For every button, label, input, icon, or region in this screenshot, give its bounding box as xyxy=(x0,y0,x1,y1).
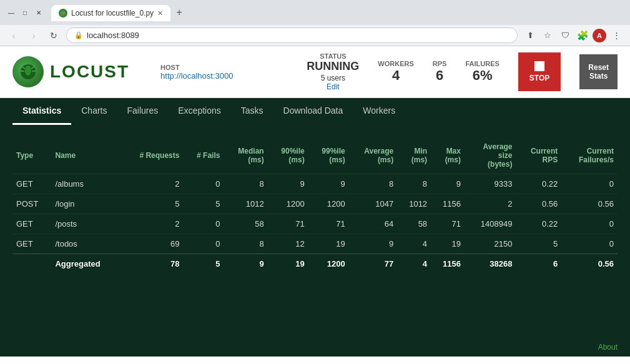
cell-max: 19 xyxy=(431,234,465,254)
rps-value: 6 xyxy=(433,67,447,84)
agg-type xyxy=(12,254,51,274)
nav-item-statistics[interactable]: Statistics xyxy=(12,98,71,125)
cell-current-rps: 5 xyxy=(516,234,561,254)
cell-avg: 1047 xyxy=(349,194,398,214)
cell-type: POST xyxy=(12,194,51,214)
locust-logo: LOCUST xyxy=(12,56,129,87)
agg-requests: 78 xyxy=(121,254,183,274)
cell-median: 58 xyxy=(224,214,267,234)
cell-avg: 64 xyxy=(349,214,398,234)
toolbar-icons: ⬆ ☆ 🛡 🧩 A ⋮ xyxy=(523,28,624,43)
menu-icon[interactable]: ⋮ xyxy=(609,28,624,43)
reset-stats-button[interactable]: ResetStats xyxy=(579,54,618,89)
cell-fails: 5 xyxy=(183,194,224,214)
logo-icon xyxy=(12,56,44,87)
nav-item-failures[interactable]: Failures xyxy=(117,98,168,125)
agg-current-rps: 6 xyxy=(516,254,561,274)
col-requests: # Requests xyxy=(121,137,183,174)
workers-label: WORKERS xyxy=(378,60,413,67)
col-type: Type xyxy=(12,137,51,174)
col-fails: # Fails xyxy=(183,137,224,174)
nav-item-workers[interactable]: Workers xyxy=(353,98,405,125)
share-icon[interactable]: ⬆ xyxy=(523,28,538,43)
status-label: STATUS xyxy=(307,52,359,60)
minimize-button[interactable]: — xyxy=(6,7,16,17)
logo-text: LOCUST xyxy=(50,62,129,82)
cell-p90: 1200 xyxy=(268,194,308,214)
refresh-button[interactable]: ↻ xyxy=(46,28,61,43)
shield-icon[interactable]: 🛡 xyxy=(558,28,573,43)
agg-p99: 1200 xyxy=(308,254,349,274)
new-tab-button[interactable]: + xyxy=(170,4,188,21)
col-max: Max(ms) xyxy=(431,137,465,174)
svg-point-1 xyxy=(25,66,31,76)
browser-chrome: — □ ✕ 🦗 Locust for locustfile_0.py ✕ + ‹… xyxy=(0,0,630,46)
cell-fails: 0 xyxy=(183,214,224,234)
back-button[interactable]: ‹ xyxy=(6,28,21,43)
tab-favicon: 🦗 xyxy=(59,9,67,17)
cell-max: 9 xyxy=(431,174,465,194)
maximize-button[interactable]: □ xyxy=(20,7,30,17)
window-controls: — □ ✕ xyxy=(6,7,44,17)
cell-type: GET xyxy=(12,174,51,194)
tab-close-button[interactable]: ✕ xyxy=(157,9,163,17)
cell-current-failures: 0 xyxy=(561,214,618,234)
cell-p99: 9 xyxy=(308,174,349,194)
cell-min: 58 xyxy=(397,214,431,234)
status-section: STATUS RUNNING 5 users Edit WORKERS 4 RP… xyxy=(307,52,618,91)
statistics-table: Type Name # Requests # Fails Median(ms) … xyxy=(12,137,618,273)
table-row: GET /albums 2 0 8 9 9 8 8 9 9333 0.22 0 xyxy=(12,174,618,194)
col-current-failures: CurrentFailures/s xyxy=(561,137,618,174)
nav-item-download-data[interactable]: Download Data xyxy=(273,98,353,125)
table-header-row: Type Name # Requests # Fails Median(ms) … xyxy=(12,137,618,174)
account-avatar[interactable]: A xyxy=(593,29,606,42)
cell-requests: 2 xyxy=(121,174,183,194)
app-header: LOCUST HOST http://localhost:3000 STATUS… xyxy=(0,46,630,98)
cell-name: /albums xyxy=(51,174,121,194)
address-bar[interactable]: 🔒 localhost:8089 xyxy=(66,27,518,43)
cell-current-failures: 0 xyxy=(561,234,618,254)
agg-avg-size: 38268 xyxy=(465,254,516,274)
cell-max: 71 xyxy=(431,214,465,234)
cell-current-failures: 0 xyxy=(561,174,618,194)
puzzle-icon[interactable]: 🧩 xyxy=(575,28,590,43)
status-group: STATUS RUNNING 5 users Edit xyxy=(307,52,359,91)
edit-link[interactable]: Edit xyxy=(307,82,359,91)
cell-current-rps: 0.22 xyxy=(516,214,561,234)
cell-min: 1012 xyxy=(397,194,431,214)
cell-fails: 0 xyxy=(183,234,224,254)
browser-toolbar: ‹ › ↻ 🔒 localhost:8089 ⬆ ☆ 🛡 🧩 A ⋮ xyxy=(0,25,630,46)
rps-group: RPS 6 xyxy=(433,60,447,84)
host-label: HOST xyxy=(160,64,233,71)
app-content: Type Name # Requests # Fails Median(ms) … xyxy=(0,125,630,337)
cell-min: 8 xyxy=(397,174,431,194)
nav-item-charts[interactable]: Charts xyxy=(71,98,117,125)
stop-button[interactable]: STOP xyxy=(518,52,561,91)
agg-avg: 77 xyxy=(349,254,398,274)
app-nav: Statistics Charts Failures Exceptions Ta… xyxy=(0,98,630,125)
col-median: Median(ms) xyxy=(224,137,267,174)
failures-label: FAILURES xyxy=(465,60,499,67)
cell-max: 1156 xyxy=(431,194,465,214)
cell-avg: 9 xyxy=(349,234,398,254)
cell-median: 1012 xyxy=(224,194,267,214)
nav-item-exceptions[interactable]: Exceptions xyxy=(168,98,230,125)
agg-median: 9 xyxy=(224,254,267,274)
close-button[interactable]: ✕ xyxy=(34,7,44,17)
forward-button[interactable]: › xyxy=(26,28,41,43)
host-url[interactable]: http://localhost:3000 xyxy=(160,71,233,81)
cell-min: 4 xyxy=(397,234,431,254)
agg-p90: 19 xyxy=(268,254,308,274)
agg-max: 1156 xyxy=(431,254,465,274)
cell-avg-size: 1408949 xyxy=(465,214,516,234)
workers-group: WORKERS 4 xyxy=(378,60,413,84)
nav-item-tasks[interactable]: Tasks xyxy=(231,98,273,125)
active-tab[interactable]: 🦗 Locust for locustfile_0.py ✕ xyxy=(51,5,170,21)
url-text: localhost:8089 xyxy=(87,31,139,40)
cell-median: 8 xyxy=(224,234,267,254)
cell-avg: 8 xyxy=(349,174,398,194)
about-link[interactable]: About xyxy=(598,343,618,352)
cell-name: /todos xyxy=(51,234,121,254)
bookmark-icon[interactable]: ☆ xyxy=(540,28,555,43)
cell-median: 8 xyxy=(224,174,267,194)
